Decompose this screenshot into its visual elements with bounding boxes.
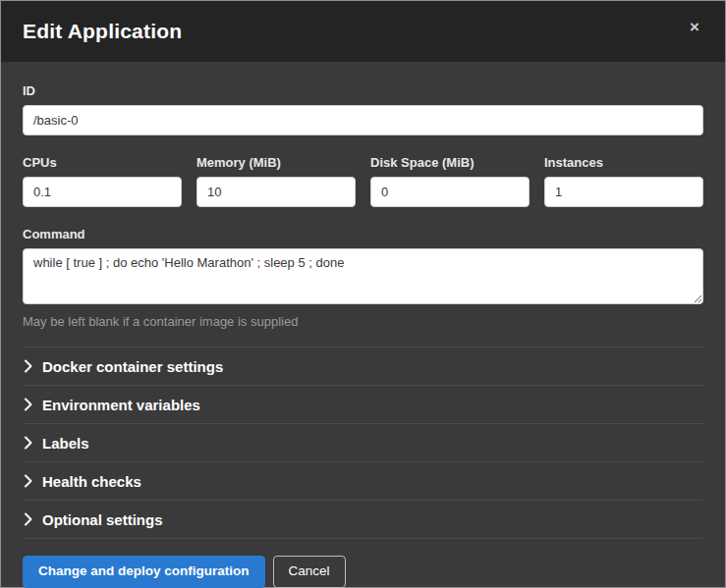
section-health-checks[interactable]: Health checks [23, 461, 703, 500]
cancel-button[interactable]: Cancel [273, 556, 346, 588]
accordion-sections: Docker container settings Environment va… [23, 347, 703, 539]
modal-header: Edit Application × [1, 1, 725, 62]
command-field-group: Command while [ true ] ; do echo 'Hello … [23, 227, 703, 329]
modal-title: Edit Application [23, 20, 182, 43]
cpus-label: CPUs [23, 155, 182, 170]
instances-input[interactable] [544, 177, 703, 207]
instances-field-group: Instances [544, 155, 703, 207]
memory-label: Memory (MiB) [196, 155, 356, 170]
chevron-right-icon [24, 398, 32, 411]
memory-input[interactable] [196, 177, 356, 207]
change-and-deploy-button[interactable]: Change and deploy configuration [23, 556, 265, 588]
section-labels[interactable]: Labels [23, 423, 703, 461]
section-label: Labels [42, 435, 89, 452]
instances-label: Instances [544, 155, 703, 170]
close-icon[interactable]: × [686, 15, 703, 39]
disk-input[interactable] [370, 177, 530, 207]
chevron-right-icon [24, 474, 32, 488]
section-optional-settings[interactable]: Optional settings [23, 500, 703, 538]
memory-field-group: Memory (MiB) [196, 155, 356, 207]
section-label: Health checks [42, 473, 141, 490]
edit-application-modal: Edit Application × ID CPUs Memory (MiB) … [0, 0, 726, 588]
section-label: Optional settings [42, 511, 163, 528]
id-label: ID [23, 83, 703, 98]
modal-footer: Change and deploy configuration Cancel [1, 539, 725, 588]
section-environment-variables[interactable]: Environment variables [23, 385, 703, 423]
command-help-text: May be left blank if a container image i… [23, 314, 703, 329]
command-textarea[interactable]: while [ true ] ; do echo 'Hello Marathon… [23, 248, 703, 304]
modal-body: ID CPUs Memory (MiB) Disk Space (MiB) In… [1, 62, 725, 539]
cpus-input[interactable] [23, 177, 182, 207]
resources-field-row: CPUs Memory (MiB) Disk Space (MiB) Insta… [23, 155, 703, 207]
cpus-field-group: CPUs [23, 155, 182, 207]
chevron-right-icon [24, 436, 32, 450]
section-label: Environment variables [42, 397, 200, 413]
section-label: Docker container settings [42, 358, 223, 375]
command-label: Command [23, 227, 703, 241]
disk-field-group: Disk Space (MiB) [370, 155, 530, 207]
section-docker-container-settings[interactable]: Docker container settings [23, 347, 703, 385]
disk-label: Disk Space (MiB) [370, 155, 530, 170]
id-input[interactable] [23, 105, 703, 135]
id-field-group: ID [23, 83, 703, 135]
chevron-right-icon [24, 359, 32, 373]
chevron-right-icon [24, 512, 32, 526]
